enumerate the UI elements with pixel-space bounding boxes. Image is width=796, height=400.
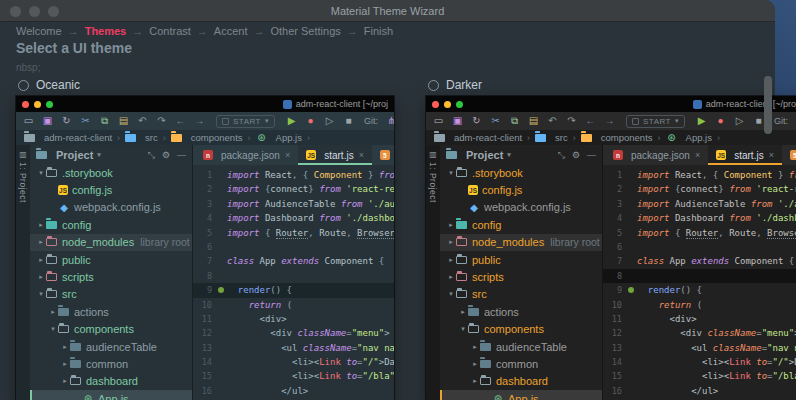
npm-file-icon: n (613, 150, 623, 160)
radio-row-oceanic[interactable]: Oceanic (18, 76, 398, 94)
tree-item-scripts: ▸scripts (30, 268, 192, 285)
theme-preview-darker[interactable]: adm-react-client [~/proj▭▣↻✂⧉▤↶↷←→START▾… (426, 96, 796, 400)
chevron-down-icon: ▾ (97, 151, 101, 159)
radio-button-icon[interactable] (428, 80, 439, 91)
code-token: Component (325, 256, 379, 266)
wizard-titlebar[interactable]: Material Theme Wizard (0, 0, 775, 22)
breadcrumb-app-js: ⊛App.js (256, 132, 302, 143)
webpack-file-icon: ◆ (58, 202, 70, 213)
wizard-step-welcome[interactable]: Welcome (16, 25, 62, 37)
folder-icon (480, 377, 491, 385)
wizard-step-accent[interactable]: Accent (214, 25, 248, 37)
folder-icon (480, 343, 491, 351)
line-number: 13 (193, 341, 217, 355)
step-separator-icon: → (68, 25, 79, 37)
folder-icon (125, 134, 136, 142)
close-button[interactable] (10, 6, 21, 17)
run-config-label: START (233, 117, 261, 126)
tree-item-label: public (472, 254, 501, 266)
minimize-button[interactable] (29, 6, 40, 17)
theme-preview-oceanic[interactable]: adm-react-client [~/proj▭▣↻✂⧉▤↶↷←→START▾… (16, 96, 394, 400)
code-token: className (707, 328, 756, 338)
tree-expand-icon: ▾ (36, 169, 46, 177)
breadcrumb-adm-react-client: adm-react-client (24, 132, 112, 143)
zoom-button[interactable] (48, 6, 59, 17)
code-token (637, 285, 648, 295)
code-token: to (346, 371, 357, 381)
tree-item-dashboard: ▸dashboard (30, 373, 192, 390)
tree-item-app-js: ⊛App.js (440, 390, 602, 400)
theme-option-darker[interactable]: Darker adm-react-client [~/proj▭▣↻✂⧉▤↶↷←… (426, 76, 768, 400)
code-token: render (648, 285, 681, 295)
theme-option-oceanic[interactable]: Oceanic adm-react-client [~/proj▭▣↻✂⧉▤↶↷… (16, 76, 398, 400)
step-separator-icon: → (253, 25, 264, 37)
code-line: 7class App extends Component { (193, 254, 394, 268)
tree-item-label: common (496, 358, 538, 370)
tree-expand-icon: ▾ (48, 325, 58, 333)
gutter-marker-slot (627, 355, 637, 369)
code-token: > (384, 328, 389, 338)
code-line: 5import { Router, Route, BrowserRouter }… (603, 226, 796, 240)
code-token: <ul (637, 343, 713, 353)
line-number: 4 (193, 211, 217, 225)
radio-row-darker[interactable]: Darker (428, 76, 768, 94)
tree-item-label: node_modules (472, 236, 544, 248)
line-number: 5 (193, 226, 217, 240)
radio-button-icon[interactable] (18, 80, 29, 91)
code-line: 2import {connect} from 'react-redux'; (603, 182, 796, 196)
code-line: 8 (193, 269, 394, 283)
npm-file-icon: n (203, 150, 213, 160)
tree-expand-icon: ▸ (470, 377, 480, 385)
code-token: Dashboard (384, 357, 394, 367)
wizard-step-contrast[interactable]: Contrast (149, 25, 191, 37)
redo-icon: ↷ (156, 116, 167, 126)
tree-item-common: ▸common (440, 355, 602, 372)
folder-icon (46, 169, 57, 177)
wizard-step-themes[interactable]: Themes (85, 25, 127, 37)
line-number: 15 (603, 369, 627, 383)
stop-icon: ■ (343, 116, 354, 126)
react-file-icon: ⊛ (666, 132, 678, 143)
ide-main: ▥1: ProjectProject▾⤡⚙—▾.storybookJSconfi… (426, 145, 796, 400)
code-line: 6 (193, 240, 394, 254)
page-title: Select a UI theme (16, 40, 132, 56)
folder-icon (468, 325, 479, 333)
editor-tab-start-js: JSstart.js× (298, 145, 372, 165)
line-number: 2 (603, 182, 627, 196)
code-token: { (379, 256, 384, 266)
scrollbar-thumb[interactable] (764, 76, 772, 134)
code-token: from (751, 199, 778, 209)
tree-item-common: ▸common (30, 355, 192, 372)
wizard-step-finish[interactable]: Finish (364, 25, 393, 37)
folder-icon (581, 134, 592, 142)
code-text: import Dashboard from './dashboard/Dashb… (637, 211, 796, 225)
code-token: className (297, 328, 346, 338)
code-token: Link (729, 357, 756, 367)
code-line: 14 <li><Link to="/">Dashboard</Link></li… (193, 355, 394, 369)
code-token: () { (270, 285, 292, 295)
gutter-marker-slot (627, 341, 637, 355)
ide-breadcrumbs: adm-react-client›src›components›⊛App.js› (426, 130, 796, 145)
tree-item-label: .storybook (62, 167, 113, 179)
tab-label: package.json (221, 150, 280, 161)
traffic-lights[interactable] (10, 6, 59, 17)
code-line: 13 <ul className="nav navbar-nav"> (193, 341, 394, 355)
tree-expand-icon: ▸ (36, 256, 46, 264)
code-token: import (637, 213, 675, 223)
tree-expand-icon: ▸ (60, 343, 70, 351)
code-token: connect (270, 184, 308, 194)
gutter-marker-slot (217, 341, 227, 355)
gutter-marker-slot (217, 269, 227, 283)
code-text: import {connect} from 'react-redux'; (227, 182, 394, 196)
tree-item-components: ▾components (30, 321, 192, 338)
run-configuration-select: START▾ (216, 115, 275, 128)
tree-item-label: webpack.config.js (74, 201, 161, 213)
open-project-icon: ▭ (433, 116, 444, 126)
wizard-step-other-settings[interactable]: Other Settings (270, 25, 340, 37)
tree-item-config: ▸config (30, 216, 192, 233)
ide-toolbar: ▭▣↻✂⧉▤↶↷←→START▾▶●▷■Git:⋔⋮ (16, 112, 394, 130)
code-line: 1import React, { Component } from 'react… (603, 168, 796, 182)
git-branch-icon: ⋔ (386, 116, 394, 126)
line-number: 15 (193, 369, 217, 383)
close-tab-icon: × (695, 150, 700, 160)
